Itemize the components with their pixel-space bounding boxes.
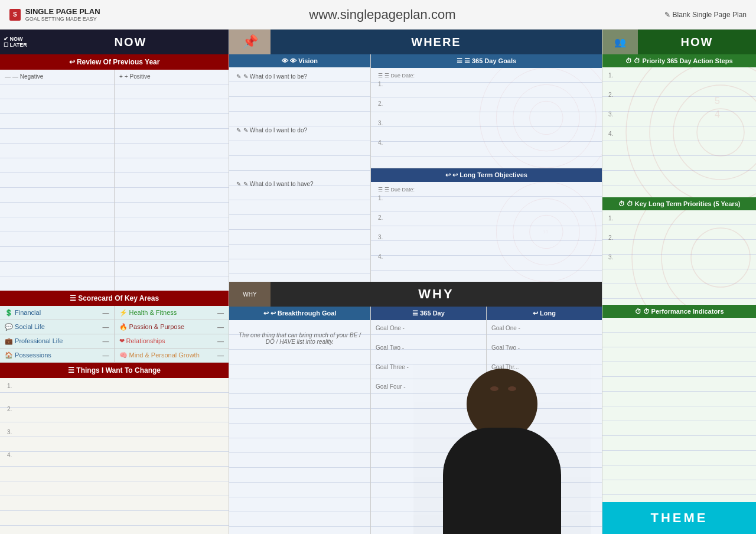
d365-goal-four: Goal Four -	[376, 383, 481, 390]
longterm-2: 2.	[608, 235, 750, 241]
long-term-header: ↩ ↩ Long Term Objectives	[371, 168, 602, 182]
things-item-4: 4.	[7, 452, 221, 458]
where-title: WHERE	[271, 30, 602, 54]
how-image: 👥	[602, 30, 638, 54]
priority-4: 4.	[608, 131, 750, 137]
top-bar: S SINGLE PAGE PLAN GOAL SETTING MADE EAS…	[0, 0, 756, 30]
why-title: WHY	[271, 282, 602, 307]
scorecard-header: ☰ Scorecard Of Key Areas	[0, 291, 229, 306]
calendar-icon: ☰	[378, 73, 383, 79]
kpi-body	[602, 318, 756, 502]
scorecard-passion[interactable]: 🔥 Passion & Purpose —	[115, 320, 229, 334]
vision-q3: ✎ ✎ What do I want to have?	[236, 181, 363, 187]
professional-dash: —	[103, 338, 109, 345]
vision-header: 👁 👁 Vision	[229, 54, 370, 67]
priority-365-section: ⏱ ⏱ Priority 365 Day Action Steps 4 5 1.…	[602, 54, 756, 197]
logo-text-block: SINGLE PAGE PLAN GOAL SETTING MADE EASY	[25, 7, 100, 22]
scorecard-health[interactable]: ⚡ Health & Fitness —	[115, 306, 229, 320]
vision-body: ✎ ✎ What do I want to be? ✎ ✎ What do I …	[229, 67, 370, 282]
where-header-row: 📌 WHERE	[229, 30, 602, 54]
later-toggle[interactable]: ☐ LATER	[4, 42, 29, 48]
things-body: 1. 2. 3. 4.	[0, 378, 229, 534]
goals-365-section: ☰ ☰ 365 Day Goals	[371, 54, 602, 168]
scorecard-financial[interactable]: 💲 Financial —	[0, 306, 115, 320]
long-term-icon: ↩	[445, 171, 451, 178]
where-column: 📌 WHERE 👁 👁 Vision ✎ ✎ What do I want	[229, 30, 602, 534]
scorecard-mind[interactable]: 🧠 Mind & Personal Growth —	[115, 349, 229, 363]
health-dash: —	[217, 310, 224, 317]
blank-plan-link[interactable]: ✎ Blank Single Page Plan	[664, 11, 747, 19]
why-bottom-area: ↩ ↩ Breakthrough Goal The one thing that…	[229, 307, 602, 534]
kpi-header: ⏱ ⏱ Performance Indicators	[602, 305, 756, 318]
positive-icon: +	[119, 73, 123, 80]
pencil-icon-2: ✎	[236, 127, 241, 134]
relationships-label: ❤ Relationships	[119, 337, 165, 345]
goals-365-tab-body: Goal One - Goal Two - Goal Three - Goal …	[371, 320, 486, 534]
priority-icon: ⏱	[625, 57, 632, 64]
scorecard-social[interactable]: 💬 Social Life —	[0, 320, 115, 334]
financial-label: 💲 Financial	[5, 309, 41, 317]
longterm-1: 1.	[608, 215, 750, 222]
things-item-2: 2.	[7, 406, 221, 412]
mind-label: 🧠 Mind & Personal Growth	[119, 351, 200, 359]
now-header-row: ✔ NOW ☐ LATER NOW	[0, 30, 229, 54]
scorecard-possessions[interactable]: 🏠 Possessions —	[0, 349, 115, 363]
how-column: 👥 HOW ⏱ ⏱ Priority 365 Day Action Steps …	[602, 30, 756, 534]
goals-365-tab-header: ☰ 365 Day	[371, 307, 486, 320]
goals-365-icon: ☰	[457, 57, 462, 64]
goals-long-sub: ↩ Long Goal One - Goal Two - Goal Thr...	[487, 307, 602, 534]
goal-365-2: 2.	[378, 100, 595, 107]
now-later-toggle[interactable]: ✔ NOW ☐ LATER	[0, 30, 32, 54]
now-body: ↩ Review Of Previous Year — — Negative +…	[0, 54, 229, 534]
things-section: ☰ Things I Want To Change 1. 2. 3. 4.	[0, 363, 229, 534]
positive-half: + + Positive	[115, 70, 229, 291]
scorecard-relationships[interactable]: ❤ Relationships —	[115, 334, 229, 349]
where-image: 📌	[229, 30, 271, 54]
breakthrough-body: The one thing that can bring much of you…	[229, 320, 370, 534]
review-section: ↩ Review Of Previous Year — — Negative +…	[0, 54, 229, 291]
priority-365-body: 4 5 1. 2. 3. 4.	[602, 67, 756, 197]
goal-365-1: 1.	[378, 81, 595, 87]
d365-goal-two: Goal Two -	[376, 344, 481, 351]
pencil-icon-1: ✎	[236, 73, 241, 80]
now-title: NOW	[32, 30, 229, 54]
logo-icon: S	[9, 9, 21, 21]
health-label: ⚡ Health & Fitness	[119, 309, 177, 317]
goal-365-4: 4.	[378, 139, 595, 146]
d365-goal-three: Goal Three -	[376, 364, 481, 370]
scorecard-professional[interactable]: 💼 Professional Life —	[0, 334, 115, 349]
kpi-section: ⏱ ⏱ Performance Indicators	[602, 305, 756, 502]
long-term-body: 10 ☰ ☰ Due Date: 1. 2. 3. 4.	[371, 182, 602, 282]
long-term-4: 4.	[378, 253, 595, 260]
long-term-1: 1.	[378, 195, 595, 201]
breakthrough-icon: ↩	[263, 310, 269, 317]
review-content: — — Negative + + Positive	[0, 70, 229, 291]
negative-icon: —	[5, 73, 11, 80]
longterm-priorities-header: ⏱ ⏱ Key Long Term Priorities (5 Years)	[602, 197, 756, 210]
due-date-label-long: ☰ ☰ Due Date:	[378, 187, 595, 193]
now-column: ✔ NOW ☐ LATER NOW ↩ Review Of Previous Y…	[0, 30, 229, 534]
social-label: 💬 Social Life	[5, 323, 45, 331]
goals-365-header: ☰ ☰ 365 Day Goals	[371, 54, 602, 68]
passion-label: 🔥 Passion & Purpose	[119, 323, 185, 331]
long-term-2: 2.	[378, 214, 595, 221]
logo-area: S SINGLE PAGE PLAN GOAL SETTING MADE EAS…	[9, 7, 100, 22]
longterm-3: 3.	[608, 254, 750, 261]
social-dash: —	[103, 324, 109, 331]
vision-icon: 👁	[282, 57, 288, 64]
goals-where-column: ☰ ☰ 365 Day Goals	[371, 54, 602, 282]
logo-subtitle: GOAL SETTING MADE EASY	[25, 16, 100, 22]
negative-label: — — Negative	[5, 73, 109, 80]
long-goal-one: Goal One -	[491, 325, 597, 331]
kpi-icon: ⏱	[635, 308, 641, 315]
professional-label: 💼 Professional Life	[5, 337, 63, 345]
positive-label: + + Positive	[119, 73, 224, 80]
now-toggle[interactable]: ✔ NOW	[4, 36, 29, 42]
goals-long-tab-body: Goal One - Goal Two - Goal Thr...	[487, 320, 602, 534]
things-item-1: 1.	[7, 383, 221, 389]
long-term-section: ↩ ↩ Long Term Objectives 10 ☰	[371, 168, 602, 282]
breakthrough-text: The one thing that can bring much of you…	[236, 327, 363, 345]
how-title: HOW	[638, 30, 756, 54]
priority-365-header: ⏱ ⏱ Priority 365 Day Action Steps	[602, 54, 756, 67]
logo-title: SINGLE PAGE PLAN	[25, 7, 100, 17]
